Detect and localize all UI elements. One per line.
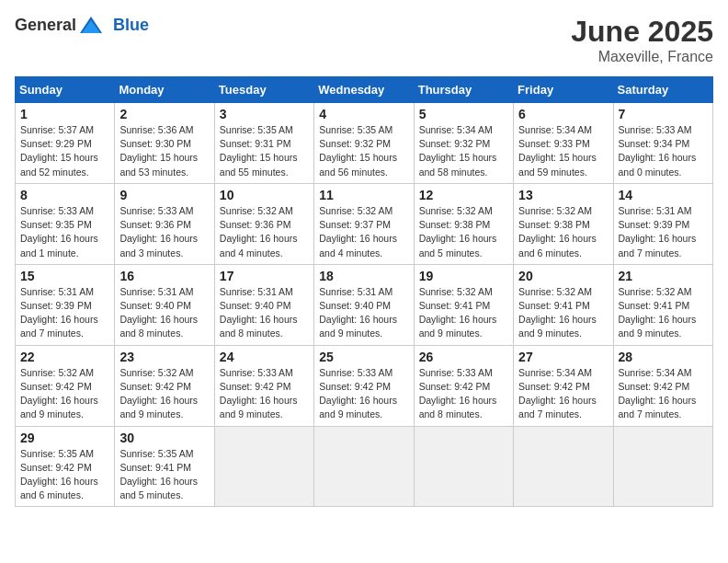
calendar-day-cell: 27Sunrise: 5:34 AM Sunset: 9:42 PM Dayli… <box>514 345 613 426</box>
calendar-day-cell: 22Sunrise: 5:32 AM Sunset: 9:42 PM Dayli… <box>16 345 115 426</box>
day-number: 14 <box>619 188 708 202</box>
calendar-day-cell: 5Sunrise: 5:34 AM Sunset: 9:32 PM Daylig… <box>414 103 513 184</box>
day-number: 23 <box>119 350 209 364</box>
day-info: Sunrise: 5:31 AM Sunset: 9:40 PM Dayligh… <box>319 285 408 341</box>
day-info: Sunrise: 5:31 AM Sunset: 9:40 PM Dayligh… <box>220 285 309 341</box>
day-number: 29 <box>20 431 109 445</box>
location-title: Maxeville, France <box>571 49 713 65</box>
day-info: Sunrise: 5:35 AM Sunset: 9:32 PM Dayligh… <box>319 123 408 179</box>
calendar-day-cell: 14Sunrise: 5:31 AM Sunset: 9:39 PM Dayli… <box>613 183 712 264</box>
calendar-week-row: 15Sunrise: 5:31 AM Sunset: 9:39 PM Dayli… <box>16 264 713 345</box>
day-number: 27 <box>518 350 608 364</box>
day-info: Sunrise: 5:32 AM Sunset: 9:38 PM Dayligh… <box>419 204 508 260</box>
day-number: 19 <box>419 269 508 283</box>
calendar-header-tuesday: Tuesday <box>214 77 313 103</box>
day-info: Sunrise: 5:33 AM Sunset: 9:42 PM Dayligh… <box>220 366 309 422</box>
calendar-day-cell: 11Sunrise: 5:32 AM Sunset: 9:37 PM Dayli… <box>314 183 414 264</box>
logo-blue: Blue <box>113 16 149 35</box>
calendar-day-cell: 10Sunrise: 5:32 AM Sunset: 9:36 PM Dayli… <box>214 183 313 264</box>
day-info: Sunrise: 5:34 AM Sunset: 9:33 PM Dayligh… <box>518 123 608 179</box>
calendar-empty-cell <box>214 426 313 507</box>
day-number: 5 <box>419 107 508 121</box>
calendar-header-wednesday: Wednesday <box>314 77 414 103</box>
calendar-day-cell: 26Sunrise: 5:33 AM Sunset: 9:42 PM Dayli… <box>414 345 513 426</box>
calendar-day-cell: 8Sunrise: 5:33 AM Sunset: 9:35 PM Daylig… <box>16 183 115 264</box>
calendar-header-monday: Monday <box>115 77 214 103</box>
title-block: June 2025 Maxeville, France <box>571 15 713 65</box>
calendar-week-row: 22Sunrise: 5:32 AM Sunset: 9:42 PM Dayli… <box>16 345 713 426</box>
day-info: Sunrise: 5:33 AM Sunset: 9:35 PM Dayligh… <box>20 204 109 260</box>
calendar-day-cell: 28Sunrise: 5:34 AM Sunset: 9:42 PM Dayli… <box>613 345 712 426</box>
calendar-day-cell: 15Sunrise: 5:31 AM Sunset: 9:39 PM Dayli… <box>16 264 115 345</box>
calendar-table: SundayMondayTuesdayWednesdayThursdayFrid… <box>15 76 713 507</box>
calendar-day-cell: 16Sunrise: 5:31 AM Sunset: 9:40 PM Dayli… <box>115 264 214 345</box>
day-info: Sunrise: 5:33 AM Sunset: 9:36 PM Dayligh… <box>119 204 209 260</box>
calendar-day-cell: 13Sunrise: 5:32 AM Sunset: 9:38 PM Dayli… <box>514 183 613 264</box>
calendar-day-cell: 1Sunrise: 5:37 AM Sunset: 9:29 PM Daylig… <box>16 103 115 184</box>
calendar-empty-cell <box>613 426 712 507</box>
day-number: 7 <box>619 107 708 121</box>
calendar-day-cell: 25Sunrise: 5:33 AM Sunset: 9:42 PM Dayli… <box>314 345 414 426</box>
day-info: Sunrise: 5:33 AM Sunset: 9:42 PM Dayligh… <box>319 366 408 422</box>
calendar-day-cell: 29Sunrise: 5:35 AM Sunset: 9:42 PM Dayli… <box>16 426 115 507</box>
day-number: 11 <box>319 188 408 202</box>
calendar-day-cell: 4Sunrise: 5:35 AM Sunset: 9:32 PM Daylig… <box>314 103 414 184</box>
day-number: 6 <box>518 107 608 121</box>
logo-general: General <box>15 16 76 35</box>
calendar-empty-cell <box>314 426 414 507</box>
calendar-day-cell: 3Sunrise: 5:35 AM Sunset: 9:31 PM Daylig… <box>214 103 313 184</box>
day-number: 17 <box>220 269 309 283</box>
day-info: Sunrise: 5:32 AM Sunset: 9:36 PM Dayligh… <box>220 204 309 260</box>
calendar-week-row: 8Sunrise: 5:33 AM Sunset: 9:35 PM Daylig… <box>16 183 713 264</box>
day-number: 28 <box>619 350 708 364</box>
day-info: Sunrise: 5:33 AM Sunset: 9:34 PM Dayligh… <box>619 123 708 179</box>
day-number: 18 <box>319 269 408 283</box>
calendar-empty-cell <box>514 426 613 507</box>
day-info: Sunrise: 5:31 AM Sunset: 9:39 PM Dayligh… <box>619 204 708 260</box>
calendar-day-cell: 21Sunrise: 5:32 AM Sunset: 9:41 PM Dayli… <box>613 264 712 345</box>
calendar-day-cell: 30Sunrise: 5:35 AM Sunset: 9:41 PM Dayli… <box>115 426 214 507</box>
day-info: Sunrise: 5:34 AM Sunset: 9:32 PM Dayligh… <box>419 123 508 179</box>
day-info: Sunrise: 5:32 AM Sunset: 9:42 PM Dayligh… <box>20 366 109 422</box>
day-info: Sunrise: 5:35 AM Sunset: 9:31 PM Dayligh… <box>220 123 309 179</box>
calendar-day-cell: 18Sunrise: 5:31 AM Sunset: 9:40 PM Dayli… <box>314 264 414 345</box>
day-number: 9 <box>119 188 209 202</box>
day-number: 4 <box>319 107 408 121</box>
day-info: Sunrise: 5:35 AM Sunset: 9:41 PM Dayligh… <box>119 447 209 503</box>
day-number: 20 <box>518 269 608 283</box>
day-info: Sunrise: 5:32 AM Sunset: 9:41 PM Dayligh… <box>518 285 608 341</box>
day-number: 30 <box>119 431 209 445</box>
calendar-header-sunday: Sunday <box>16 77 115 103</box>
day-info: Sunrise: 5:32 AM Sunset: 9:38 PM Dayligh… <box>518 204 608 260</box>
day-number: 24 <box>220 350 309 364</box>
day-info: Sunrise: 5:34 AM Sunset: 9:42 PM Dayligh… <box>518 366 608 422</box>
day-number: 13 <box>518 188 608 202</box>
day-number: 22 <box>20 350 109 364</box>
day-info: Sunrise: 5:33 AM Sunset: 9:42 PM Dayligh… <box>419 366 508 422</box>
day-number: 3 <box>220 107 309 121</box>
day-info: Sunrise: 5:32 AM Sunset: 9:42 PM Dayligh… <box>119 366 209 422</box>
day-number: 15 <box>20 269 109 283</box>
calendar-week-row: 1Sunrise: 5:37 AM Sunset: 9:29 PM Daylig… <box>16 103 713 184</box>
calendar-day-cell: 6Sunrise: 5:34 AM Sunset: 9:33 PM Daylig… <box>514 103 613 184</box>
day-info: Sunrise: 5:31 AM Sunset: 9:39 PM Dayligh… <box>20 285 109 341</box>
calendar-empty-cell <box>414 426 513 507</box>
day-info: Sunrise: 5:32 AM Sunset: 9:37 PM Dayligh… <box>319 204 408 260</box>
month-title: June 2025 <box>571 15 713 49</box>
calendar-header-friday: Friday <box>514 77 613 103</box>
calendar-header-row: SundayMondayTuesdayWednesdayThursdayFrid… <box>16 77 713 103</box>
day-number: 26 <box>419 350 508 364</box>
calendar-day-cell: 23Sunrise: 5:32 AM Sunset: 9:42 PM Dayli… <box>115 345 214 426</box>
day-info: Sunrise: 5:32 AM Sunset: 9:41 PM Dayligh… <box>419 285 508 341</box>
day-number: 16 <box>119 269 209 283</box>
calendar-day-cell: 2Sunrise: 5:36 AM Sunset: 9:30 PM Daylig… <box>115 103 214 184</box>
day-info: Sunrise: 5:32 AM Sunset: 9:41 PM Dayligh… <box>619 285 708 341</box>
calendar-day-cell: 7Sunrise: 5:33 AM Sunset: 9:34 PM Daylig… <box>613 103 712 184</box>
day-number: 12 <box>419 188 508 202</box>
calendar-day-cell: 24Sunrise: 5:33 AM Sunset: 9:42 PM Dayli… <box>214 345 313 426</box>
day-info: Sunrise: 5:34 AM Sunset: 9:42 PM Dayligh… <box>619 366 708 422</box>
logo: General Blue <box>15 15 149 35</box>
calendar-day-cell: 12Sunrise: 5:32 AM Sunset: 9:38 PM Dayli… <box>414 183 513 264</box>
calendar-day-cell: 17Sunrise: 5:31 AM Sunset: 9:40 PM Dayli… <box>214 264 313 345</box>
day-number: 21 <box>619 269 708 283</box>
